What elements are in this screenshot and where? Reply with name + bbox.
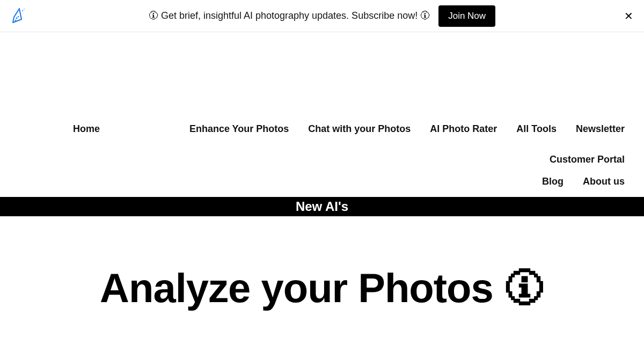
svg-point-1: [18, 16, 19, 17]
secondary-nav: Blog About us: [0, 176, 644, 197]
close-icon[interactable]: ✕: [624, 11, 633, 21]
nav-about[interactable]: About us: [583, 176, 625, 187]
logo[interactable]: [9, 8, 26, 25]
svg-point-0: [16, 17, 18, 19]
svg-point-3: [22, 10, 23, 11]
banner-text: 🛈 Get brief, insightful AI photography u…: [149, 10, 430, 21]
nav-enhance[interactable]: Enhance Your Photos: [189, 123, 289, 135]
join-now-button[interactable]: Join Now: [438, 5, 495, 27]
nav-portal[interactable]: Customer Portal: [550, 154, 625, 165]
svg-point-4: [24, 9, 25, 10]
nav-newsletter[interactable]: Newsletter: [576, 123, 625, 135]
flask-icon: [9, 8, 26, 25]
nav-home[interactable]: Home: [73, 123, 100, 135]
announcement-banner: 🛈 Get brief, insightful AI photography u…: [0, 0, 644, 32]
nav-tools[interactable]: All Tools: [516, 123, 557, 135]
hero-spacer: [0, 32, 644, 123]
svg-point-2: [15, 19, 16, 20]
hero-title: Analyze your Photos 🛈: [0, 265, 644, 311]
main-nav: Home Enhance Your Photos Chat with your …: [0, 123, 644, 176]
nav-blog[interactable]: Blog: [542, 176, 564, 187]
nav-rater[interactable]: AI Photo Rater: [430, 123, 497, 135]
new-ais-strip: New AI's: [0, 197, 644, 216]
nav-chat[interactable]: Chat with your Photos: [308, 123, 411, 135]
hero-section: Analyze your Photos 🛈: [0, 216, 644, 311]
strip-label: New AI's: [296, 199, 348, 214]
